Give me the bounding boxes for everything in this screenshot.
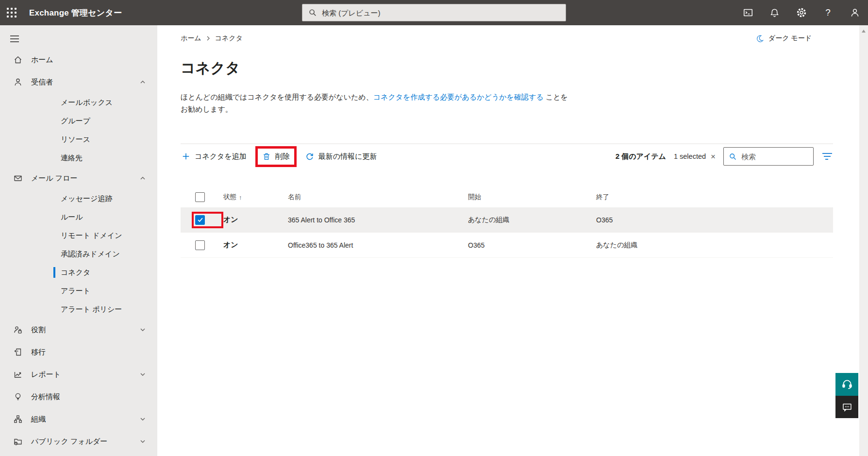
checkmark-icon <box>197 217 203 223</box>
column-header-status[interactable]: 状態 <box>223 193 236 202</box>
global-search-box[interactable] <box>302 4 566 21</box>
folder-icon <box>13 437 23 446</box>
person-icon <box>13 77 23 87</box>
clear-selection-button[interactable]: × <box>711 152 716 161</box>
sidebar-item-label: ルール <box>61 213 83 222</box>
row-end: あなたの組織 <box>596 241 833 250</box>
sidebar-item-alert-policies[interactable]: アラート ポリシー <box>0 300 157 319</box>
row-status: オン <box>223 240 288 250</box>
sidebar-item-resources[interactable]: リソース <box>0 130 157 149</box>
description-text: ことを <box>544 93 568 101</box>
sidebar-item-organization[interactable]: 組織 <box>0 408 157 430</box>
sidebar-item-insights[interactable]: 分析情報 <box>0 386 157 408</box>
select-all-checkbox[interactable] <box>195 192 205 202</box>
row-checkbox-checked[interactable] <box>195 215 205 225</box>
chevron-down-icon[interactable] <box>140 439 146 444</box>
delete-label: 削除 <box>275 152 290 161</box>
sidebar-item-label: リモート ドメイン <box>61 231 122 240</box>
refresh-button[interactable]: 最新の情報に更新 <box>304 150 378 163</box>
dark-mode-toggle[interactable]: ダーク モード <box>756 34 812 43</box>
insights-lightbulb-icon <box>13 392 23 402</box>
help-button[interactable]: ? <box>815 0 841 25</box>
headset-icon <box>841 378 853 391</box>
table-row[interactable]: オン 365 Alert to Office 365 あなたの組織 O365 <box>181 207 833 233</box>
check-connector-need-link[interactable]: コネクタを作成する必要があるかどうかを確認する <box>373 93 544 101</box>
global-search-input[interactable] <box>322 9 560 17</box>
sidebar-item-reports[interactable]: レポート <box>0 363 157 386</box>
sidebar-item-label: アラート ポリシー <box>61 305 122 314</box>
app-launcher-button[interactable] <box>0 0 23 25</box>
sort-ascending-icon: ↑ <box>239 194 242 201</box>
scrollbar-up-arrow-icon[interactable] <box>862 30 866 33</box>
feedback-button[interactable] <box>835 396 858 418</box>
delete-button[interactable]: 削除 <box>261 150 291 163</box>
settings-button[interactable] <box>788 0 815 25</box>
dark-mode-label: ダーク モード <box>768 34 812 43</box>
page-title: コネクタ <box>181 58 833 78</box>
column-header-name[interactable]: 名前 <box>288 193 468 202</box>
table-row[interactable]: オン Office365 to 365 Alert O365 あなたの組織 <box>181 233 833 258</box>
sidebar-item-contacts[interactable]: 連絡先 <box>0 149 157 167</box>
account-button[interactable] <box>841 0 868 25</box>
sidebar-item-home[interactable]: ホーム <box>0 49 157 71</box>
row-name[interactable]: Office365 to 365 Alert <box>288 241 468 249</box>
filter-button[interactable] <box>821 152 833 161</box>
cloud-shell-button[interactable] <box>734 0 761 25</box>
sidebar-item-recipients[interactable]: 受信者 <box>0 71 157 93</box>
row-start: あなたの組織 <box>468 216 596 224</box>
filter-lines-icon <box>821 152 833 161</box>
breadcrumb-home[interactable]: ホーム <box>181 34 201 43</box>
row-name[interactable]: 365 Alert to Office 365 <box>288 216 468 224</box>
sidebar-item-mail-flow[interactable]: メール フロー <box>0 167 157 189</box>
collapse-nav-button[interactable] <box>10 33 19 45</box>
sidebar-item-alerts[interactable]: アラート <box>0 282 157 300</box>
table-header-row: 状態 ↑ 名前 開始 終了 <box>181 187 833 207</box>
sidebar-item-accepted-domains[interactable]: 承認済みドメイン <box>0 245 157 263</box>
support-button[interactable] <box>835 373 858 396</box>
list-search-input[interactable] <box>741 152 808 161</box>
sidebar-item-roles[interactable]: 役割 <box>0 319 157 341</box>
chevron-down-icon[interactable] <box>140 327 146 333</box>
sidebar-item-remote-domains[interactable]: リモート ドメイン <box>0 226 157 245</box>
sidebar-item-rules[interactable]: ルール <box>0 208 157 226</box>
delete-annotation-box: 削除 <box>255 146 297 167</box>
notifications-button[interactable] <box>761 0 788 25</box>
sidebar-item-message-trace[interactable]: メッセージ追跡 <box>0 189 157 208</box>
mail-icon <box>13 173 23 183</box>
sidebar-item-label: リソース <box>61 135 90 144</box>
chevron-down-icon[interactable] <box>140 372 146 377</box>
chevron-down-icon[interactable] <box>140 416 146 422</box>
sidebar-item-migration[interactable]: 移行 <box>0 341 157 363</box>
sidebar-item-public-folders[interactable]: パブリック フォルダー <box>0 430 157 453</box>
app-title: Exchange 管理センター <box>29 7 122 18</box>
organization-icon <box>13 414 23 424</box>
sidebar-item-label: 連絡先 <box>61 153 83 163</box>
sidebar-item-groups[interactable]: グループ <box>0 112 157 130</box>
sidebar-item-label: メッセージ追跡 <box>61 194 112 203</box>
sidebar-item-connectors[interactable]: コネクタ <box>0 263 157 282</box>
chevron-up-icon[interactable] <box>140 175 146 181</box>
cloud-shell-icon <box>743 7 753 18</box>
list-search-box[interactable] <box>723 147 814 166</box>
roles-icon <box>13 325 23 335</box>
add-connector-button[interactable]: コネクタを追加 <box>181 150 248 163</box>
column-header-start[interactable]: 開始 <box>468 193 596 202</box>
row-checkbox[interactable] <box>195 240 205 250</box>
chevron-up-icon[interactable] <box>140 79 146 85</box>
top-app-bar: Exchange 管理センター <box>0 0 868 25</box>
sidebar-item-label: 受信者 <box>31 78 53 87</box>
sidebar-item-label: ホーム <box>31 55 53 65</box>
chevron-right-icon <box>206 36 210 41</box>
sidebar-item-mailboxes[interactable]: メールボックス <box>0 93 157 112</box>
page-description: ほとんどの組織ではコネクタを使用する必要がないため、コネクタを作成する必要がある… <box>181 91 569 115</box>
hamburger-icon <box>10 35 19 43</box>
connectors-table: 状態 ↑ 名前 開始 終了 オン 365 Alert to Office 365… <box>181 187 833 258</box>
selected-count: 1 selected <box>674 152 706 160</box>
moon-icon <box>756 34 764 43</box>
column-header-end[interactable]: 終了 <box>596 193 833 202</box>
search-icon <box>729 152 737 161</box>
scrollbar-track[interactable] <box>859 25 868 456</box>
plus-icon <box>182 152 190 161</box>
command-bar: コネクタを追加 削除 最新の情報に更新 2 個のアイテム <box>181 143 833 169</box>
refresh-label: 最新の情報に更新 <box>318 152 377 161</box>
